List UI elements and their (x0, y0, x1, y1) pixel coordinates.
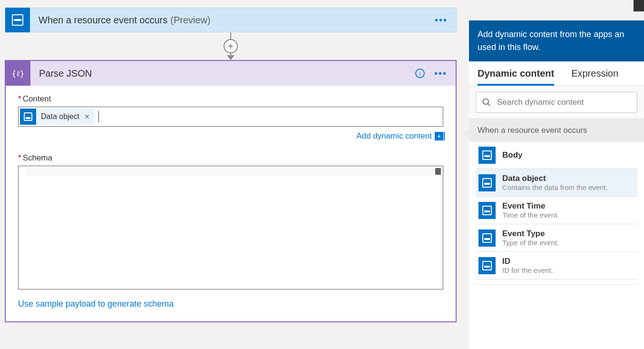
plus-icon[interactable]: + (435, 132, 443, 140)
corner-indicator (634, 0, 644, 11)
token-label: Data object (41, 112, 79, 121)
panel-tabs: Dynamic content Expression (469, 61, 644, 86)
connector: + (5, 32, 457, 60)
action-header[interactable]: {ℓ} Parse JSON i ••• (6, 61, 456, 86)
token-remove-button[interactable]: ✕ (84, 113, 90, 120)
trigger-more-button[interactable]: ••• (435, 15, 448, 26)
dc-desc: Time of the event. (502, 211, 559, 219)
content-input[interactable]: Data object ✕ (18, 107, 443, 127)
dc-title: Data object (502, 174, 608, 183)
dc-title: Event Time (502, 201, 559, 211)
trigger-preview-label: (Preview) (170, 15, 210, 26)
panel-banner: Add dynamic content from the apps an use… (469, 20, 644, 61)
schema-label: *Schema (18, 153, 443, 163)
dc-item-id[interactable]: ID ID for the event. (476, 252, 637, 279)
eventgrid-icon (20, 109, 36, 125)
dc-desc: Type of the event. (502, 239, 559, 247)
trigger-title: When a resource event occurs (39, 15, 167, 26)
eventgrid-icon (478, 229, 496, 247)
svg-point-0 (483, 99, 489, 105)
info-icon[interactable]: i (415, 69, 425, 78)
dc-item-body[interactable]: Body (476, 142, 637, 169)
add-dynamic-content-link[interactable]: Add dynamic content (356, 131, 432, 141)
eventgrid-icon (478, 147, 496, 164)
dynamic-content-list: Body Data object Contains the data from … (469, 142, 644, 285)
eventgrid-icon (5, 8, 30, 32)
text-cursor (98, 111, 99, 122)
dc-item-event-time[interactable]: Event Time Time of the event. (476, 197, 637, 224)
dynamic-content-panel: Add dynamic content from the apps an use… (469, 20, 644, 349)
search-icon (482, 98, 491, 107)
data-object-token[interactable]: Data object ✕ (20, 109, 95, 125)
eventgrid-icon (478, 202, 496, 219)
action-more-button[interactable]: ••• (434, 68, 447, 79)
parse-json-card: {ℓ} Parse JSON i ••• *Content Data objec… (5, 60, 457, 322)
dc-desc: ID for the event. (502, 266, 553, 274)
dc-desc: Contains the data from the event. (502, 183, 608, 191)
dc-item-event-type[interactable]: Event Type Type of the event. (476, 224, 637, 252)
flow-canvas: When a resource event occurs (Preview) •… (5, 8, 457, 322)
tab-expression[interactable]: Expression (571, 68, 618, 86)
dc-title: Body (502, 150, 523, 160)
eventgrid-icon (478, 174, 496, 191)
arrow-down-icon (227, 55, 234, 60)
sample-payload-link[interactable]: Use sample payload to generate schema (18, 299, 174, 309)
dc-title: ID (502, 257, 553, 266)
trigger-card[interactable]: When a resource event occurs (Preview) •… (5, 8, 457, 32)
dc-item-data-object[interactable]: Data object Contains the data from the e… (476, 169, 637, 197)
add-step-button[interactable]: + (224, 39, 238, 53)
dc-title: Event Type (502, 229, 559, 239)
content-label: *Content (18, 94, 443, 104)
schema-textarea[interactable] (18, 166, 443, 289)
group-header: When a resource event occurs (469, 119, 644, 142)
action-title: Parse JSON (39, 68, 92, 79)
eventgrid-icon (478, 257, 496, 274)
json-icon: {ℓ} (6, 61, 30, 86)
svg-line-1 (488, 104, 490, 106)
search-input[interactable] (497, 98, 631, 107)
tab-dynamic-content[interactable]: Dynamic content (478, 68, 554, 86)
search-box[interactable] (476, 92, 637, 113)
